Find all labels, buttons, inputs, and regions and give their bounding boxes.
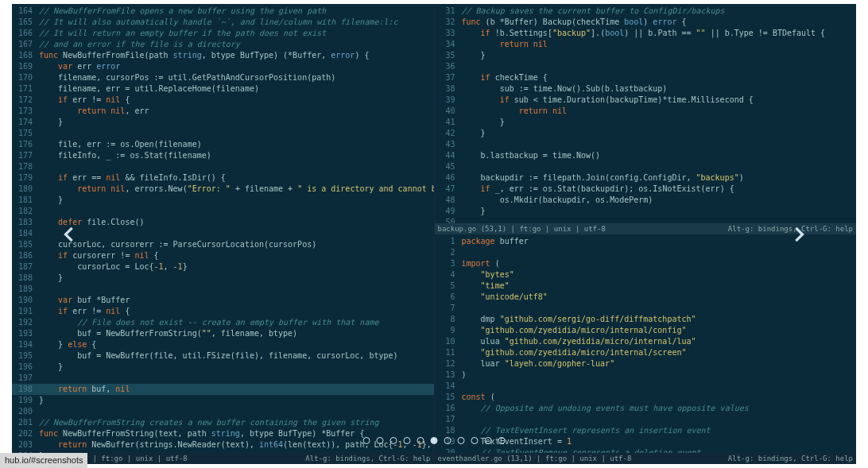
code-line: 176 file, err := os.Open(filename) xyxy=(12,139,434,150)
line-text: } xyxy=(39,195,434,206)
code-line: 166// It will return an empty buffer if … xyxy=(12,28,434,39)
line-number: 15 xyxy=(435,392,462,403)
line-number: 193 xyxy=(12,328,39,339)
carousel-dot[interactable] xyxy=(377,437,384,444)
line-number: 45 xyxy=(435,161,462,172)
line-text: filename, err = util.ReplaceHome(filenam… xyxy=(39,83,434,95)
code-line: 193 buf = NewBufferFromString("", filena… xyxy=(12,328,434,339)
url-preview: hub.io/#screenshots xyxy=(0,453,87,468)
line-text: } xyxy=(462,117,857,128)
line-number: 179 xyxy=(12,172,39,184)
carousel-dot[interactable] xyxy=(471,437,479,444)
line-number: 11 xyxy=(435,347,462,358)
code-line: 197 xyxy=(12,373,434,384)
line-number: 34 xyxy=(435,39,462,50)
line-number: 40 xyxy=(435,106,462,117)
carousel-dot[interactable] xyxy=(417,437,424,444)
carousel-dot[interactable] xyxy=(390,437,397,444)
line-text: if !b.Settings["backup"].(bool) || b.Pat… xyxy=(462,28,857,39)
line-number: 44 xyxy=(435,150,462,161)
line-number: 6 xyxy=(435,292,462,303)
code-line: 2 xyxy=(435,247,857,258)
line-number: 189 xyxy=(12,284,39,295)
code-line: 3import ( xyxy=(435,258,857,269)
line-number: 200 xyxy=(12,406,39,417)
line-number: 167 xyxy=(12,39,39,50)
line-text: return nil, errors.New("Error: " + filen… xyxy=(39,184,434,195)
line-number: 49 xyxy=(435,206,462,217)
line-text: buf = NewBuffer(file, util.FSize(file), … xyxy=(39,350,434,362)
code-line: 198 return buf, nil xyxy=(12,384,434,395)
line-text: var buf *Buffer xyxy=(39,295,434,306)
line-number: 47 xyxy=(435,184,462,195)
line-number: 177 xyxy=(12,150,39,161)
code-line: 196 } xyxy=(12,362,434,373)
carousel-dot[interactable] xyxy=(485,437,492,444)
carousel-dot[interactable] xyxy=(498,437,506,444)
line-text: file, err := os.Open(filename) xyxy=(39,139,434,150)
code-line: 181 } xyxy=(12,195,434,206)
code-line: 33 if !b.Settings["backup"].(bool) || b.… xyxy=(435,28,857,39)
line-text: if _, err := os.Stat(backupdir); os.IsNo… xyxy=(462,184,857,195)
carousel-dot[interactable] xyxy=(458,437,465,444)
code-line: 170 filename, cursorPos := util.GetPathA… xyxy=(12,72,434,83)
code-line: 173 return nil, err xyxy=(12,106,434,117)
line-text: // NewBufferFromFile opens a new buffer … xyxy=(39,6,434,17)
line-number: 178 xyxy=(12,161,39,172)
code-line: 187 cursorLoc = Loc{-1, -1} xyxy=(12,261,434,273)
line-text xyxy=(39,406,434,417)
line-text: return nil, err xyxy=(39,106,434,117)
line-text: func NewBufferFromFile(path string, btyp… xyxy=(39,50,434,61)
carousel-dot[interactable] xyxy=(363,437,370,444)
line-text: // Backup saves the current buffer to Co… xyxy=(462,6,857,17)
carousel-dot[interactable] xyxy=(431,437,438,444)
code-line: 192 // File does not exist -- create an … xyxy=(12,317,434,328)
line-text: return nil xyxy=(462,106,857,117)
line-number: 48 xyxy=(435,195,462,206)
line-number: 202 xyxy=(12,428,39,439)
line-text: ) xyxy=(462,369,857,381)
chevron-right-icon xyxy=(789,223,811,246)
line-number: 13 xyxy=(435,369,462,381)
line-text: "github.com/zyedidia/micro/internal/conf… xyxy=(462,325,857,336)
code-line: 6 "unicode/utf8" xyxy=(435,292,857,303)
line-text: } xyxy=(462,206,857,217)
line-number: 186 xyxy=(12,250,39,261)
line-number: 7 xyxy=(435,303,462,314)
line-number: 1 xyxy=(435,236,462,247)
line-text: // and an error if the file is a directo… xyxy=(39,39,434,50)
carousel-next-button[interactable] xyxy=(787,222,812,247)
line-text: backupdir := filepath.Join(config.Config… xyxy=(462,172,857,184)
line-text: os.Mkdir(backupdir, os.ModePerm) xyxy=(462,195,857,206)
line-number: 39 xyxy=(435,95,462,106)
line-number: 203 xyxy=(12,439,39,451)
code-line: 43 xyxy=(435,139,857,150)
code-line: 18 // TextEventInsert represents an inse… xyxy=(435,425,857,436)
code-line: 191 if err != nil { xyxy=(12,306,434,317)
code-line: 15const ( xyxy=(435,392,857,403)
line-text: return nil xyxy=(462,39,857,50)
line-text xyxy=(39,128,434,139)
line-number: 20 xyxy=(435,447,462,454)
status-tr-info: backup.go (53,1) | ft:go | unix | utf-8 xyxy=(438,223,606,234)
carousel-prev-button[interactable] xyxy=(56,222,81,247)
carousel-dot[interactable] xyxy=(404,437,411,444)
line-text xyxy=(462,414,857,425)
line-number: 38 xyxy=(435,83,462,95)
line-text: luar "layeh.com/gopher-luar" xyxy=(462,358,857,369)
line-number: 18 xyxy=(435,425,462,436)
line-number: 199 xyxy=(12,395,39,406)
line-text: sub := time.Now().Sub(b.lastbackup) xyxy=(462,83,857,95)
line-number: 42 xyxy=(435,128,462,139)
code-line: 9 "github.com/zyedidia/micro/internal/co… xyxy=(435,325,857,336)
editor-panes: 164// NewBufferFromFile opens a new buff… xyxy=(12,4,856,464)
carousel-dot[interactable] xyxy=(444,437,451,444)
line-number: 169 xyxy=(12,61,39,72)
line-number: 182 xyxy=(12,206,39,217)
code-line: 8 dmp "github.com/sergi/go-diff/diffmatc… xyxy=(435,314,857,325)
line-number: 172 xyxy=(12,95,39,106)
code-line: 165// It will also automatically handle … xyxy=(12,17,434,28)
code-line: 20 // TextEventRemove represents a delet… xyxy=(435,447,857,454)
code-line: 180 return nil, errors.New("Error: " + f… xyxy=(12,184,434,195)
line-number: 171 xyxy=(12,83,39,95)
